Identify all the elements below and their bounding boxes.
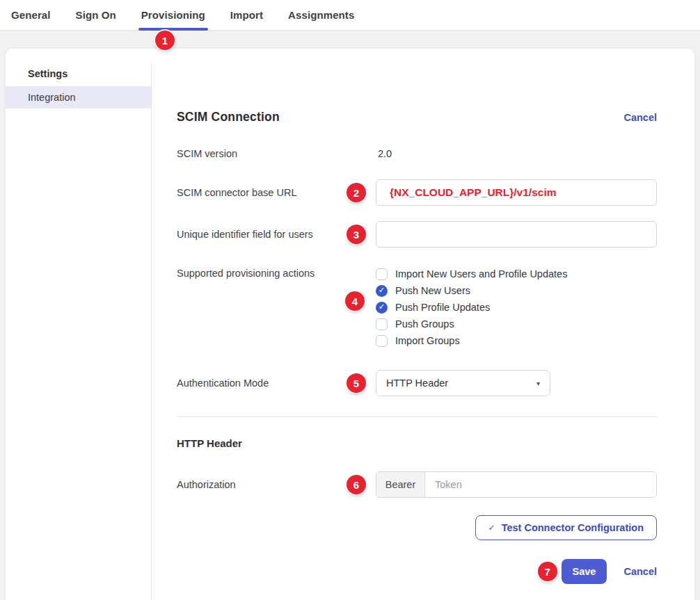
token-input[interactable] — [425, 472, 656, 497]
tab-general[interactable]: General — [11, 0, 51, 31]
panel-title: SCIM Connection — [177, 110, 280, 124]
section-divider — [177, 416, 657, 417]
base-url-input[interactable] — [376, 179, 657, 206]
tab-import-label: Import — [230, 9, 263, 21]
checkbox-label: Import Groups — [395, 335, 460, 346]
save-button[interactable]: Save — [562, 559, 607, 584]
base-url-row: SCIM connector base URL 2 — [177, 179, 657, 206]
checkbox-import-new-users-profile-updates[interactable]: ✓ Import New Users and Profile Updates — [376, 266, 657, 282]
scim-connection-panel: SCIM Connection Cancel SCIM version 2.0 … — [177, 49, 657, 584]
checkbox-label: Push Profile Updates — [395, 302, 490, 313]
tab-general-label: General — [11, 9, 51, 21]
tab-bar: General Sign On Provisioning Import Assi… — [0, 0, 700, 31]
scim-version-label: SCIM version — [177, 148, 376, 159]
checkbox-icon: ✓ — [376, 268, 388, 280]
tab-provisioning-label: Provisioning — [141, 9, 205, 21]
http-header-section-title: HTTP Header — [177, 437, 657, 449]
checkbox-push-groups[interactable]: ✓ Push Groups — [376, 316, 657, 332]
test-connector-label: Test Connector Configuration — [502, 522, 644, 533]
checkbox-label: Push Groups — [395, 318, 454, 330]
auth-mode-row: Authentication Mode 5 HTTP Header ▾ — [177, 370, 657, 396]
provisioning-card: Settings Integration SCIM Connection Can… — [6, 49, 694, 600]
checkbox-label: Import New Users and Profile Updates — [395, 268, 567, 279]
bearer-prefix: Bearer — [376, 472, 425, 497]
test-connector-configuration-button[interactable]: ✓ Test Connector Configuration — [475, 515, 657, 540]
unique-id-row: Unique identifier field for users 3 — [177, 221, 657, 248]
checkbox-push-profile-updates[interactable]: ✓ Push Profile Updates — [376, 299, 657, 316]
tab-import[interactable]: Import — [230, 0, 263, 31]
tab-assignments-label: Assignments — [288, 9, 354, 21]
annotation-badge-4: 4 — [345, 291, 365, 311]
checkbox-icon-checked: ✓ — [376, 285, 388, 297]
checkbox-icon: ✓ — [376, 335, 388, 347]
provisioning-actions-row: Supported provisioning actions 4 ✓ Impor… — [177, 266, 657, 349]
chevron-down-icon: ▾ — [536, 380, 540, 387]
annotation-badge-2: 2 — [347, 183, 366, 202]
tab-assignments[interactable]: Assignments — [288, 0, 354, 31]
annotation-badge-3: 3 — [347, 225, 366, 244]
authorization-row: Authorization 6 Bearer — [177, 471, 657, 498]
authorization-input-group: Bearer — [376, 471, 657, 498]
checkbox-push-new-users[interactable]: ✓ Push New Users — [376, 282, 657, 299]
tab-sign-on[interactable]: Sign On — [76, 0, 116, 31]
auth-mode-select[interactable]: HTTP Header ▾ — [376, 370, 550, 396]
checkbox-label: Push New Users — [395, 285, 470, 296]
tab-sign-on-label: Sign On — [76, 9, 116, 21]
provisioning-actions-label: Supported provisioning actions — [177, 266, 376, 279]
scim-version-value: 2.0 — [376, 148, 657, 159]
auth-mode-selected-value: HTTP Header — [386, 378, 448, 389]
checkbox-icon-checked: ✓ — [376, 302, 388, 314]
tab-provisioning[interactable]: Provisioning — [141, 0, 205, 31]
sidebar-item-integration[interactable]: Integration — [6, 86, 152, 108]
annotation-badge-5: 5 — [347, 373, 366, 393]
scim-version-row: SCIM version 2.0 — [177, 148, 657, 159]
checkbox-icon: ✓ — [376, 318, 388, 330]
annotation-badge-7: 7 — [538, 562, 557, 581]
cancel-link-top[interactable]: Cancel — [623, 112, 657, 123]
unique-id-input[interactable] — [376, 221, 657, 248]
sidebar-header-settings: Settings — [28, 68, 152, 79]
annotation-badge-1: 1 — [155, 31, 175, 50]
sidebar: Settings Integration — [6, 49, 152, 600]
checkbox-import-groups[interactable]: ✓ Import Groups — [376, 332, 657, 349]
check-icon: ✓ — [488, 523, 495, 533]
cancel-link-bottom[interactable]: Cancel — [623, 566, 657, 577]
provisioning-actions-list: 4 ✓ Import New Users and Profile Updates… — [376, 266, 657, 349]
annotation-badge-6: 6 — [347, 475, 366, 494]
